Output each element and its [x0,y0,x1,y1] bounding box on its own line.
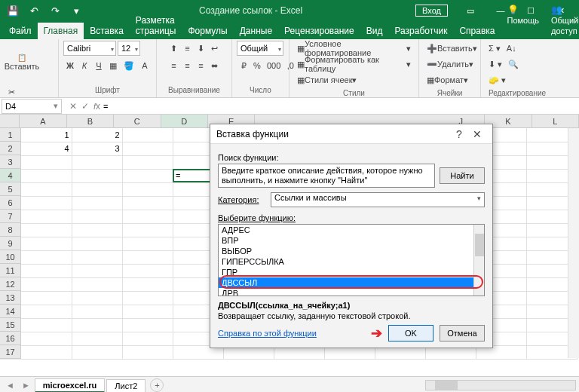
tab-help[interactable]: Справка [453,23,501,39]
delete-cells-button[interactable]: ➖ Удалить ▾ [424,57,476,72]
row-11[interactable]: 11 [0,264,21,277]
function-item[interactable]: АДРЕС [219,225,484,235]
dialog-help-icon[interactable]: ? [450,128,468,140]
number-format-select[interactable]: Общий [237,41,283,56]
row-1[interactable]: 1 [0,128,21,142]
row-2[interactable]: 2 [0,142,21,155]
col-A[interactable]: A [20,115,66,127]
cond-format-button[interactable]: ▦ Условное форматирование ▾ [294,41,414,56]
tab-formulas[interactable]: Формулы [182,23,233,39]
tab-layout[interactable]: Разметка страницы [130,12,182,39]
sheet-tab-2[interactable]: Лист2 [106,379,146,393]
tab-view[interactable]: Вид [360,23,389,39]
function-item[interactable]: ДВССЫЛ [219,277,484,288]
function-item[interactable]: ВЫБОР [219,246,484,256]
col-L[interactable]: L [532,115,579,127]
function-list-scrollbar[interactable] [473,225,484,296]
fill-color-icon[interactable]: 🪣 [121,58,137,73]
function-item[interactable]: ГПР [219,267,484,277]
save-icon[interactable]: 💾 [3,2,23,20]
underline-icon[interactable]: Ч [92,58,106,73]
login-button[interactable]: Вход [415,5,448,17]
row-6[interactable]: 6 [0,196,21,210]
row-4[interactable]: 4 [0,169,21,182]
tab-home[interactable]: Главная [38,23,84,39]
cancel-button[interactable]: Отмена [440,325,485,341]
percent-icon[interactable]: % [250,58,264,73]
row-10[interactable]: 10 [0,250,21,264]
insert-cells-button[interactable]: ➕ Вставить ▾ [424,41,480,56]
format-table-button[interactable]: ▦ Форматировать как таблицу ▾ [294,57,414,72]
dialog-close-icon[interactable]: ✕ [468,128,486,140]
font-name-select[interactable]: Calibri [63,41,116,56]
share-button[interactable]: 👥 Общий доступ [545,2,579,39]
fill-icon[interactable]: ⬇ ▾ [486,57,505,72]
row-15[interactable]: 15 [0,318,21,332]
search-function-input[interactable]: Введите краткое описание действия, котор… [218,164,435,188]
row-7[interactable]: 7 [0,210,21,223]
add-sheet-button[interactable]: + [150,378,164,392]
tab-developer[interactable]: Разработчик [388,23,453,39]
format-cells-button[interactable]: ▦ Формат ▾ [424,72,471,87]
tell-me[interactable]: 💡 Помощь [501,2,546,39]
cancel-formula-icon[interactable]: ✕ [69,101,77,112]
function-help-link[interactable]: Справка по этой функции [218,329,317,338]
row-12[interactable]: 12 [0,277,21,291]
sort-filter-icon[interactable]: A↓ [504,41,519,56]
formula-input[interactable]: = [100,102,579,111]
italic-icon[interactable]: К [78,58,91,73]
function-item[interactable]: ГИПЕРССЫЛКА [219,256,484,267]
col-B[interactable]: B [67,115,114,127]
find-icon[interactable]: 🔍 [505,57,522,72]
border-icon[interactable]: ▦ [106,58,120,73]
row-16[interactable]: 16 [0,332,21,345]
ok-button[interactable]: OK [388,325,433,341]
cell-styles-button[interactable]: ▦ Стили ячеек ▾ [294,72,360,87]
col-C[interactable]: C [114,115,161,127]
row-14[interactable]: 14 [0,305,21,318]
align-center-icon[interactable]: ≡ [181,58,195,73]
qat-customize-icon[interactable]: ▾ [66,2,86,20]
align-right-icon[interactable]: ≡ [195,58,208,73]
horizontal-scrollbar[interactable] [425,380,576,390]
row-17[interactable]: 17 [0,345,21,359]
row-13[interactable]: 13 [0,291,21,305]
comma-icon[interactable]: 000 [264,58,283,73]
find-button[interactable]: Найти [440,167,485,184]
cut-icon[interactable]: ✂ [5,84,19,100]
row-5[interactable]: 5 [0,182,21,196]
name-box[interactable]: D4▾ [2,99,62,114]
bold-icon[interactable]: Ж [63,58,77,73]
select-all-corner[interactable] [0,115,20,127]
function-item[interactable]: ДРВ [219,288,484,296]
fx-icon[interactable]: fx [93,101,100,112]
align-mid-icon[interactable]: ≡ [181,41,195,56]
redo-icon[interactable]: ↷ [45,2,65,20]
font-size-select[interactable]: 12 [118,41,140,56]
tab-file[interactable]: Файл [3,23,38,39]
wrap-icon[interactable]: ↩ [208,41,222,56]
accept-formula-icon[interactable]: ✓ [81,101,89,112]
vertical-scrollbar[interactable] [568,128,579,358]
col-D[interactable]: D [161,115,208,127]
merge-icon[interactable]: ⬌ [208,58,222,73]
align-bot-icon[interactable]: ⬇ [195,41,208,56]
font-color-icon[interactable]: A [138,58,152,73]
currency-icon[interactable]: ₽ [237,58,250,73]
tab-data[interactable]: Данные [234,23,278,39]
sheet-nav-prev-icon[interactable]: ◄ [3,381,17,390]
ribbon-options-icon[interactable]: ▭ [455,0,486,21]
align-left-icon[interactable]: ≡ [167,58,181,73]
align-top-icon[interactable]: ⬆ [167,41,181,56]
category-select[interactable]: Ссылки и массивы [271,192,485,207]
clear-icon[interactable]: 🧽 ▾ [486,72,509,87]
function-item[interactable]: ВПР [219,235,484,246]
tab-review[interactable]: Рецензирование [278,23,360,39]
function-list[interactable]: АДРЕСВПРВЫБОРГИПЕРССЫЛКАГПРДВССЫЛДРВ [218,224,485,296]
autosum-icon[interactable]: Σ ▾ [486,41,504,56]
undo-icon[interactable]: ↶ [24,2,44,20]
paste-button[interactable]: 📋Вставить [5,41,39,83]
row-3[interactable]: 3 [0,155,21,169]
sheet-tab-1[interactable]: microexcel.ru [35,378,106,392]
tab-insert[interactable]: Вставка [84,23,130,39]
